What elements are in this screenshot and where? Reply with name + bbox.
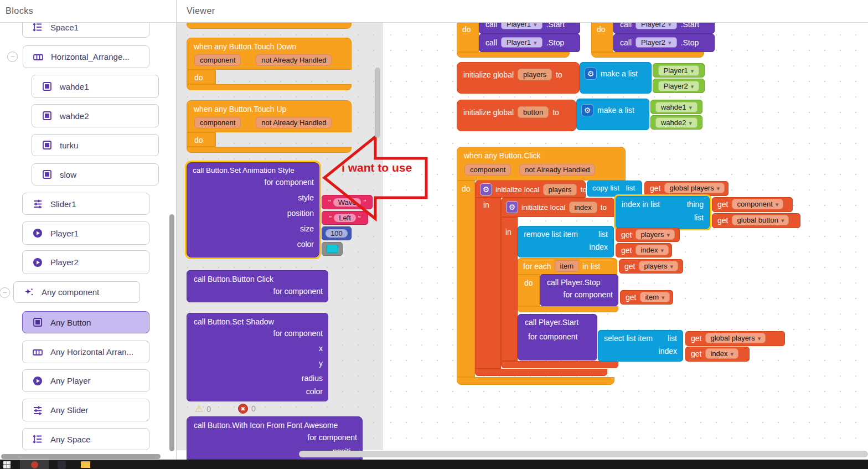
block-set-animation-style[interactable]: call Button.Set Animation Style for comp… [187, 162, 319, 257]
mutator-gear-icon[interactable] [581, 104, 593, 116]
block-init-global-players[interactable]: initialize global players to [457, 62, 580, 94]
init-local-players-bottom[interactable] [475, 369, 607, 376]
block-make-a-list[interactable]: make a list [580, 62, 652, 94]
number-value[interactable]: 100 [326, 229, 348, 238]
param-pill-not-already-handled[interactable]: not Already Handled [519, 164, 595, 176]
variable-name-pill[interactable]: players [518, 69, 552, 80]
component-block-wahde2[interactable]: wahde2 [650, 115, 702, 130]
for-each-bottom[interactable] [518, 306, 618, 312]
variable-name-pill[interactable]: players [543, 184, 577, 195]
sidebar-item-any-button[interactable]: Any Button [22, 311, 149, 333]
block-get-item[interactable]: get item [620, 290, 673, 305]
sidebar-item-horizontal-arrange[interactable]: Horizontal_Arrange... [23, 45, 149, 68]
param-pill-component[interactable]: component [464, 164, 511, 176]
sidebar-item-any-space[interactable]: Any Space [22, 428, 149, 450]
block-for-each[interactable]: for each item in list [518, 258, 617, 275]
mutator-gear-icon[interactable] [480, 183, 492, 195]
sidebar-item-turku[interactable]: turku [32, 134, 159, 156]
variable-dropdown[interactable]: global button [732, 215, 789, 225]
block-touch-down[interactable]: when any Button.Touch Down component not… [187, 38, 352, 70]
block-touch-down-bottom[interactable] [187, 84, 352, 90]
error-counter[interactable]: 0 [238, 404, 256, 414]
collapse-toggle-icon[interactable] [7, 51, 18, 62]
variable-name-pill[interactable]: button [518, 106, 549, 118]
sidebar-horizontal-scrollbar[interactable] [1, 454, 161, 459]
sidebar-item-any-slider[interactable]: Any Slider [22, 399, 149, 421]
warning-counter[interactable]: 0 [195, 403, 211, 415]
variable-dropdown[interactable]: component [732, 199, 783, 209]
param-pill-not-already-handled[interactable]: not Already Handled [256, 54, 332, 66]
event-bottom-bar[interactable] [457, 52, 570, 58]
component-dropdown[interactable]: Player2 [658, 81, 700, 91]
app-icon[interactable] [58, 461, 66, 469]
block-get-players[interactable]: get players [616, 228, 680, 242]
block-touch-down-do-arm[interactable]: do [187, 70, 216, 84]
block-get-index[interactable]: get index [616, 243, 672, 257]
sidebar-item-slow[interactable]: slow [32, 163, 159, 185]
variable-dropdown[interactable]: global players [664, 183, 725, 193]
variable-dropdown[interactable]: index [705, 348, 738, 359]
variable-dropdown[interactable]: index [636, 245, 669, 255]
sidebar-item-player2[interactable]: Player2 [22, 250, 149, 274]
param-pill-component[interactable]: component [194, 117, 241, 128]
sidebar-item-any-horizontal-arrangement[interactable]: Any Horizontal Arran... [22, 341, 149, 363]
block-touch-up-do-arm[interactable]: do [187, 132, 216, 147]
active-app-tile[interactable] [20, 460, 49, 469]
collapse-toggle-icon[interactable] [0, 287, 10, 298]
block-when-button-click[interactable]: when any Button.Click component not Alre… [457, 147, 626, 181]
block-get-global-button[interactable]: get global button [712, 213, 800, 228]
sidebar-item-wahde1[interactable]: wahde1 [32, 75, 159, 98]
sidebar-item-any-player[interactable]: Any Player [22, 369, 149, 392]
param-pill-component[interactable]: component [194, 54, 241, 66]
component-block-player1[interactable]: Player1 [653, 63, 705, 78]
block-init-local-index[interactable]: initialize local index to [501, 198, 614, 217]
component-dropdown[interactable]: wahde1 [655, 102, 698, 112]
block-call-player-stop[interactable]: call Player.Stop for component [540, 274, 618, 306]
flyout-vertical-scrollbar[interactable] [375, 68, 380, 138]
block-call-player1-stop[interactable]: call Player1 .Stop [479, 34, 580, 52]
player-dropdown[interactable]: Player2 [636, 37, 677, 48]
block-call-player-start[interactable]: call Player.Start for component [518, 314, 597, 360]
player-dropdown[interactable]: Player1 [501, 37, 542, 48]
component-dropdown[interactable]: Player1 [658, 65, 700, 76]
color-swatch[interactable] [327, 245, 338, 253]
mutator-gear-icon[interactable] [585, 68, 597, 80]
windows-start-icon[interactable] [3, 461, 11, 468]
file-explorer-icon[interactable] [81, 461, 90, 468]
variable-dropdown[interactable]: players [636, 229, 674, 240]
component-block-player2[interactable]: Player2 [653, 79, 705, 93]
block-get-players[interactable]: get players [619, 259, 683, 274]
init-local-index-in-arm[interactable]: in [501, 217, 518, 361]
mutator-gear-icon[interactable] [506, 201, 518, 213]
block-init-local-players[interactable]: initialize local players to [475, 181, 586, 198]
for-each-do-arm[interactable]: do [518, 275, 540, 306]
block-remove-list-item[interactable]: remove list item list index [518, 226, 614, 257]
variable-dropdown[interactable]: item [640, 292, 669, 302]
component-dropdown[interactable]: wahde2 [655, 117, 698, 128]
block-select-list-item[interactable]: select list item list index [598, 330, 683, 362]
number-block-100[interactable]: 100 [322, 226, 352, 240]
block-make-a-list[interactable]: make a list [576, 99, 649, 130]
variable-dropdown[interactable]: players [639, 261, 678, 271]
when-click-bottom-bar[interactable] [457, 377, 614, 385]
block-button-click[interactable]: call Button.Button Click for component [187, 270, 328, 302]
block-call-player2-stop[interactable]: call Player2 .Stop [613, 34, 715, 52]
block-set-shadow[interactable]: call Button.Set Shadow for component x y… [187, 313, 328, 401]
block-get-global-players[interactable]: get global players [685, 331, 785, 346]
sidebar-item-slider1[interactable]: Slider1 [22, 193, 149, 215]
param-pill-not-already-handled[interactable]: not Already Handled [256, 117, 332, 128]
sidebar-item-player1[interactable]: Player1 [22, 221, 149, 245]
component-block-wahde1[interactable]: wahde1 [650, 100, 702, 114]
init-local-index-bottom[interactable] [501, 361, 618, 368]
when-click-do-arm[interactable]: do [457, 181, 475, 377]
block-init-global-button[interactable]: initialize global button to [457, 100, 576, 131]
viewer-horizontal-scrollbar[interactable] [299, 451, 868, 457]
block-get-global-players[interactable]: get global players [644, 181, 728, 196]
variable-name-pill[interactable]: index [569, 202, 597, 213]
loop-var-pill[interactable]: item [555, 260, 580, 272]
block-index-in-list[interactable]: index in list thing list [616, 196, 710, 229]
sidebar-item-wahde2[interactable]: wahde2 [32, 104, 159, 127]
variable-dropdown[interactable]: global players [705, 333, 766, 343]
sidebar-vertical-scrollbar[interactable] [169, 214, 174, 451]
block-get-component[interactable]: get component [712, 197, 793, 212]
